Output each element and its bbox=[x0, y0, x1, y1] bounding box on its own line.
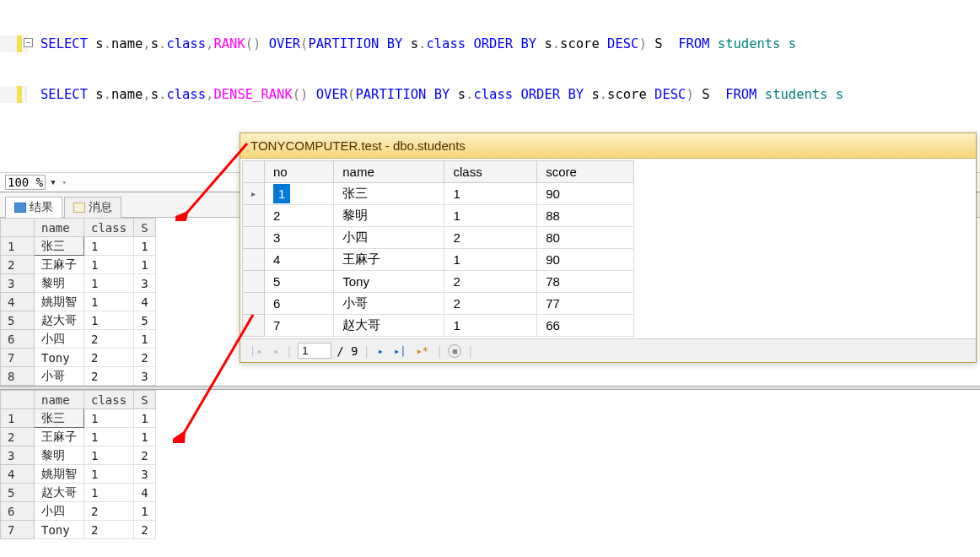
cell-class[interactable]: 1 bbox=[444, 183, 537, 205]
table-row[interactable]: 6小四21 bbox=[1, 502, 156, 521]
nav-stop-icon[interactable]: ■ bbox=[448, 344, 461, 358]
nav-new-icon[interactable]: ▸* bbox=[414, 345, 431, 357]
cell-s[interactable]: 4 bbox=[134, 484, 155, 502]
sql-line-2[interactable]: SELECT s.name,s.class,DENSE_RANK() OVER(… bbox=[27, 86, 843, 103]
cell-no[interactable]: 5 bbox=[265, 271, 334, 293]
table-row[interactable]: 2王麻子11 bbox=[1, 428, 156, 446]
cell-name[interactable]: Tony bbox=[334, 271, 444, 293]
tab-results[interactable]: 结果 bbox=[5, 197, 62, 218]
cell-name[interactable]: 张三 bbox=[35, 409, 84, 428]
cell-class[interactable]: 1 bbox=[444, 205, 537, 227]
cell-name[interactable]: 王麻子 bbox=[35, 256, 84, 274]
cell-score[interactable]: 90 bbox=[537, 249, 634, 271]
cell-name[interactable]: 小哥 bbox=[35, 367, 84, 386]
cell-name[interactable]: 赵大哥 bbox=[334, 315, 444, 337]
cell-s[interactable]: 4 bbox=[134, 293, 155, 311]
nav-first-icon[interactable]: |◂ bbox=[247, 345, 264, 357]
cell-name[interactable]: 张三 bbox=[334, 183, 444, 205]
sql-line-1[interactable]: SELECT s.name,s.class,RANK() OVER(PARTIT… bbox=[27, 35, 796, 52]
cell-name[interactable]: 小四 bbox=[35, 330, 84, 349]
data-row[interactable]: 5Tony278 bbox=[243, 271, 634, 293]
table-row[interactable]: 4姚期智14 bbox=[1, 293, 156, 311]
cell-class[interactable]: 2 bbox=[444, 227, 537, 249]
data-col-score[interactable]: score bbox=[537, 161, 634, 183]
cell-name[interactable]: 姚期智 bbox=[35, 293, 84, 311]
cell-no[interactable]: 2 bbox=[265, 205, 334, 227]
data-row[interactable]: ▸1张三190 bbox=[243, 183, 634, 205]
cell-name[interactable]: 王麻子 bbox=[35, 428, 84, 446]
cell-name[interactable]: 黎明 bbox=[35, 446, 84, 465]
cell-class[interactable]: 1 bbox=[84, 409, 134, 428]
cell-class[interactable]: 1 bbox=[444, 249, 537, 271]
cell-name[interactable]: 黎明 bbox=[35, 274, 84, 293]
table-row[interactable]: 3黎明12 bbox=[1, 446, 156, 465]
cell-name[interactable]: 小四 bbox=[35, 502, 84, 521]
cell-class[interactable]: 1 bbox=[84, 465, 134, 484]
cell-score[interactable]: 78 bbox=[537, 271, 634, 293]
cell-s[interactable]: 1 bbox=[134, 256, 155, 274]
cell-class[interactable]: 1 bbox=[84, 237, 134, 256]
cell-class[interactable]: 1 bbox=[84, 446, 134, 465]
cell-name[interactable]: 姚期智 bbox=[35, 465, 84, 484]
cell-class[interactable]: 1 bbox=[84, 484, 134, 502]
cell-s[interactable]: 5 bbox=[134, 311, 155, 330]
sql-editor[interactable]: − SELECT s.name,s.class,RANK() OVER(PART… bbox=[0, 0, 980, 122]
data-col-class[interactable]: class bbox=[444, 161, 537, 183]
data-row[interactable]: 2黎明188 bbox=[243, 205, 634, 227]
data-col-name[interactable]: name bbox=[334, 161, 444, 183]
cell-name[interactable]: 张三 bbox=[35, 237, 84, 256]
table-row[interactable]: 5赵大哥14 bbox=[1, 484, 156, 502]
data-window-title[interactable]: TONYCOMPUTER.test - dbo.students bbox=[240, 133, 976, 159]
data-row[interactable]: 4王麻子190 bbox=[243, 249, 634, 271]
table-row[interactable]: 8小哥23 bbox=[1, 367, 156, 386]
data-window[interactable]: TONYCOMPUTER.test - dbo.students no name… bbox=[240, 132, 977, 363]
cell-name[interactable]: 赵大哥 bbox=[35, 311, 84, 330]
cell-s[interactable]: 1 bbox=[134, 502, 155, 521]
cell-score[interactable]: 90 bbox=[537, 183, 634, 205]
grid1-col-class[interactable]: class bbox=[84, 219, 134, 237]
cell-class[interactable]: 2 bbox=[84, 367, 134, 386]
nav-next-icon[interactable]: ▸ bbox=[375, 345, 386, 357]
cell-s[interactable]: 2 bbox=[134, 446, 155, 465]
cell-class[interactable]: 1 bbox=[444, 315, 537, 337]
cell-name[interactable]: Tony bbox=[35, 521, 84, 539]
cell-no[interactable]: 6 bbox=[265, 293, 334, 315]
table-row[interactable]: 1张三11 bbox=[1, 237, 156, 256]
expand-icon[interactable]: ▾ bbox=[61, 176, 68, 188]
nav-prev-icon[interactable]: ◂ bbox=[269, 345, 280, 357]
cell-s[interactable]: 1 bbox=[134, 330, 155, 349]
cell-class[interactable]: 1 bbox=[84, 293, 134, 311]
table-row[interactable]: 3黎明13 bbox=[1, 274, 156, 293]
cell-name[interactable]: 黎明 bbox=[334, 205, 444, 227]
table-row[interactable]: 6小四21 bbox=[1, 330, 156, 349]
cell-s[interactable]: 1 bbox=[134, 237, 155, 256]
table-row[interactable]: 2王麻子11 bbox=[1, 256, 156, 274]
cell-score[interactable]: 80 bbox=[537, 227, 634, 249]
table-row[interactable]: 7Tony22 bbox=[1, 349, 156, 367]
cell-s[interactable]: 3 bbox=[134, 274, 155, 293]
table-row[interactable]: 5赵大哥15 bbox=[1, 311, 156, 330]
grid2-col-class[interactable]: class bbox=[84, 391, 134, 409]
cell-class[interactable]: 1 bbox=[84, 274, 134, 293]
table-row[interactable]: 1张三11 bbox=[1, 409, 156, 428]
data-row[interactable]: 6小哥277 bbox=[243, 293, 634, 315]
dropdown-icon[interactable]: ▼ bbox=[49, 176, 57, 188]
cell-score[interactable]: 88 bbox=[537, 205, 634, 227]
cell-no[interactable]: 4 bbox=[265, 249, 334, 271]
cell-class[interactable]: 2 bbox=[84, 330, 134, 349]
cell-s[interactable]: 3 bbox=[134, 465, 155, 484]
tab-messages[interactable]: 消息 bbox=[64, 197, 121, 218]
cell-class[interactable]: 2 bbox=[444, 271, 537, 293]
cell-s[interactable]: 2 bbox=[134, 349, 155, 367]
cell-s[interactable]: 1 bbox=[134, 428, 155, 446]
cell-class[interactable]: 2 bbox=[84, 502, 134, 521]
grid2-col-name[interactable]: name bbox=[35, 391, 84, 409]
cell-class[interactable]: 1 bbox=[84, 428, 134, 446]
table-row[interactable]: 4姚期智13 bbox=[1, 465, 156, 484]
cell-class[interactable]: 2 bbox=[84, 521, 134, 539]
data-row[interactable]: 7赵大哥166 bbox=[243, 315, 634, 337]
grid2-col-s[interactable]: S bbox=[134, 391, 155, 409]
cell-no[interactable]: 7 bbox=[265, 315, 334, 337]
cell-class[interactable]: 1 bbox=[84, 256, 134, 274]
cell-s[interactable]: 3 bbox=[134, 367, 155, 386]
